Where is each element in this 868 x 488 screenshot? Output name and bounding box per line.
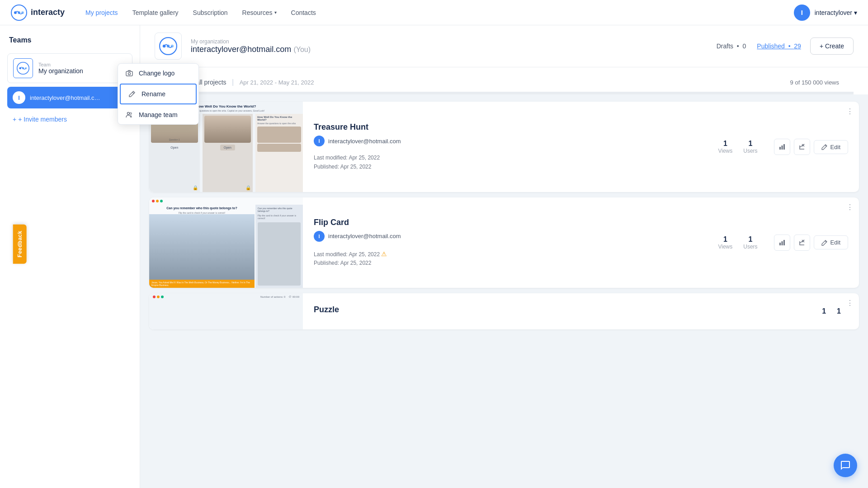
project-title: Flip Card — [314, 218, 709, 227]
team-logo — [13, 58, 33, 78]
project-card: Number of actions: 0 ⏱ 00:00 Puzzle 1 — [149, 293, 859, 329]
published-stat[interactable]: Published • 29 — [757, 42, 801, 50]
chat-button[interactable] — [834, 454, 857, 477]
project-author: I interactylover@hotmail.com — [314, 136, 709, 146]
edit-button[interactable]: Edit — [814, 140, 848, 154]
nav-subscription[interactable]: Subscription — [187, 6, 234, 19]
drafts-stat: Drafts • 0 — [717, 42, 746, 50]
views-stat: 1 Views — [718, 235, 732, 250]
svg-rect-8 — [126, 71, 132, 76]
project-card: Can you remember who this quote belongs … — [149, 197, 859, 288]
team-item[interactable]: Team My organization ⋮ — [7, 53, 132, 83]
user-name[interactable]: interactylover ▾ — [815, 9, 857, 16]
nav-links: My projects Template gallery Subscriptio… — [79, 6, 794, 19]
project-actions: Edit — [774, 139, 848, 155]
views-bar: Views by all projects | Apr 21, 2022 - M… — [155, 73, 854, 93]
share-button[interactable] — [794, 235, 810, 251]
project-meta: Flip Card I interactylover@hotmail.com L… — [314, 218, 709, 268]
camera-icon — [125, 69, 133, 77]
project-stats: 1 1 — [822, 307, 841, 315]
team-info: Team My organization — [38, 62, 109, 75]
feedback-tab[interactable]: Feedback — [0, 237, 39, 251]
nav-resources[interactable]: Resources ▾ — [236, 6, 283, 19]
svg-point-10 — [127, 113, 130, 115]
project-actions: Edit — [774, 235, 848, 251]
dropdown-manage-team[interactable]: Manage team — [118, 105, 198, 124]
logo-icon — [11, 5, 27, 21]
views-count: 9 of 150 000 views — [790, 79, 839, 86]
author-name: interactylover@hotmail.com — [328, 138, 401, 145]
project-meta: Puzzle — [314, 305, 813, 318]
share-button[interactable] — [794, 139, 810, 155]
nav-template-gallery[interactable]: Template gallery — [126, 6, 185, 19]
project-dates: Last modified: Apr 25, 2022 Published: A… — [314, 154, 709, 171]
stats-icon — [778, 143, 786, 150]
project-author: I interactylover@hotmail.com — [314, 231, 709, 242]
project-details: Puzzle 1 1 — [303, 296, 859, 327]
org-label: My organization — [191, 38, 708, 45]
edit-pencil-icon — [821, 144, 828, 150]
dropdown-change-logo[interactable]: Change logo — [118, 64, 198, 83]
org-stats: Drafts • 0 Published • 29 — [717, 42, 801, 50]
svg-point-11 — [130, 113, 132, 114]
stats-button[interactable] — [774, 139, 790, 155]
stats-icon — [778, 239, 786, 246]
edit-button[interactable]: Edit — [814, 235, 848, 249]
create-button[interactable]: + Create — [810, 38, 854, 55]
logo-text: interacty — [31, 8, 65, 17]
member-avatar: I — [13, 91, 25, 104]
logo[interactable]: interacty — [11, 5, 65, 21]
team-member[interactable]: I interactylover@hotmail.co... 2 — [7, 87, 132, 108]
edit-icon — [128, 90, 136, 98]
content-area: My organization interactylover@hotmail.c… — [140, 25, 868, 488]
org-you-label: (You) — [293, 46, 311, 53]
author-avatar: I — [314, 231, 325, 242]
svg-rect-17 — [781, 145, 783, 150]
users-stat: 1 Users — [743, 140, 757, 154]
svg-rect-16 — [779, 147, 781, 150]
nav-user: I interactylover ▾ — [794, 5, 857, 21]
org-email: interactylover@hotmail.com (You) — [191, 45, 708, 54]
invite-plus-icon: + — [13, 116, 16, 123]
svg-rect-19 — [779, 243, 781, 245]
warning-icon: ⚠ — [381, 250, 387, 258]
team-context-menu: Change logo Rename Manage team — [118, 63, 199, 125]
people-icon — [125, 111, 133, 119]
user-dropdown-arrow: ▾ — [854, 9, 857, 16]
share-icon — [798, 239, 806, 246]
team-logo-icon — [17, 62, 29, 75]
chat-icon — [840, 460, 851, 471]
project-details: Treasure Hunt I interactylover@hotmail.c… — [303, 113, 859, 180]
views-stat: 1 — [822, 307, 826, 315]
svg-point-9 — [128, 73, 131, 75]
user-avatar: I — [794, 5, 810, 21]
resources-dropdown-arrow: ▾ — [274, 10, 277, 15]
card-kebab-menu[interactable]: ⋮ — [846, 107, 854, 116]
users-stat: 1 Users — [743, 235, 757, 250]
org-header: My organization interactylover@hotmail.c… — [140, 25, 868, 67]
org-info: My organization interactylover@hotmail.c… — [191, 38, 708, 54]
sidebar-title: Teams — [7, 36, 132, 44]
users-stat: 1 — [837, 307, 841, 315]
svg-rect-18 — [783, 144, 785, 150]
project-dates: Last modified: Apr 25, 2022 ⚠ Published:… — [314, 249, 709, 268]
project-card: How Well Do You Know the World? Answer t… — [149, 102, 859, 192]
org-logo — [155, 33, 182, 60]
stats-button[interactable] — [774, 235, 790, 251]
edit-pencil-icon — [821, 239, 828, 246]
main-layout: Teams Team My organization ⋮ I interacty… — [0, 25, 868, 488]
project-title: Puzzle — [314, 305, 813, 314]
card-kebab-menu[interactable]: ⋮ — [846, 203, 854, 211]
share-icon — [798, 143, 806, 150]
team-name: My organization — [38, 67, 109, 75]
author-name: interactylover@hotmail.com — [328, 233, 401, 239]
nav-my-projects[interactable]: My projects — [79, 6, 124, 19]
project-meta: Treasure Hunt I interactylover@hotmail.c… — [314, 122, 709, 171]
invite-members-button[interactable]: + + Invite members — [7, 112, 132, 127]
views-stat: 1 Views — [718, 140, 732, 154]
projects-list: How Well Do You Know the World? Answer t… — [140, 94, 868, 337]
nav-contacts[interactable]: Contacts — [285, 6, 322, 19]
card-kebab-menu[interactable]: ⋮ — [846, 299, 854, 307]
member-name: interactylover@hotmail.co... — [30, 94, 102, 101]
dropdown-rename[interactable]: Rename — [120, 84, 197, 104]
